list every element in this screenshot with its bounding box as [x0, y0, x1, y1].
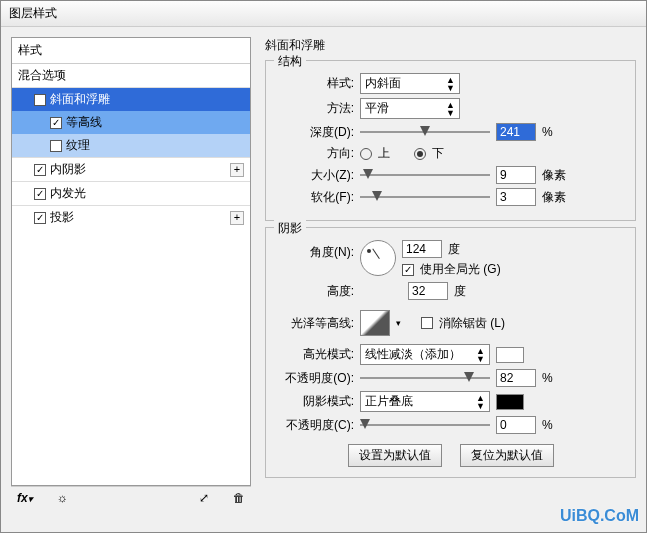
direction-down-radio[interactable]: [414, 148, 426, 160]
style-checkbox[interactable]: ✓: [34, 164, 46, 176]
angle-input[interactable]: 124: [402, 240, 442, 258]
dialog-title: 图层样式: [1, 1, 646, 27]
trash-icon[interactable]: 🗑: [233, 491, 245, 505]
soften-input[interactable]: 3: [496, 188, 536, 206]
styles-panel: 样式 混合选项 ✓斜面和浮雕✓等高线纹理✓内阴影+✓内发光✓投影+ fx▾ ☼ …: [11, 37, 251, 509]
altitude-input[interactable]: 32: [408, 282, 448, 300]
direction-up-label: 上: [378, 145, 390, 162]
style-select[interactable]: 内斜面▲▼: [360, 73, 460, 94]
shadow-opacity-input[interactable]: 0: [496, 416, 536, 434]
styles-list: 样式 混合选项 ✓斜面和浮雕✓等高线纹理✓内阴影+✓内发光✓投影+: [11, 37, 251, 486]
gloss-contour-picker[interactable]: [360, 310, 390, 336]
highlight-opacity-slider[interactable]: [360, 371, 490, 385]
antialias-checkbox[interactable]: [421, 317, 433, 329]
shadow-mode-label: 阴影模式:: [276, 393, 354, 410]
global-light-label: 使用全局光 (G): [420, 261, 501, 278]
depth-label: 深度(D):: [276, 124, 354, 141]
angle-label: 角度(N):: [276, 240, 354, 261]
direction-up-radio[interactable]: [360, 148, 372, 160]
style-item[interactable]: ✓投影+: [12, 205, 250, 229]
style-item[interactable]: ✓等高线: [12, 111, 250, 134]
altitude-unit: 度: [454, 283, 466, 300]
fx-icon[interactable]: fx▾: [17, 491, 33, 505]
direction-down-label: 下: [432, 145, 444, 162]
shadow-opacity-unit: %: [542, 418, 553, 432]
shadow-opacity-label: 不透明度(C):: [276, 417, 354, 434]
method-label: 方法:: [276, 100, 354, 117]
size-slider[interactable]: [360, 168, 490, 182]
watermark: UiBQ.CoM: [560, 507, 639, 525]
shading-group: 阴影 角度(N): 124 度 ✓ 使用全局光 (G): [265, 227, 636, 478]
highlight-mode-label: 高光模式:: [276, 346, 354, 363]
style-item-label: 斜面和浮雕: [50, 91, 110, 108]
global-light-checkbox[interactable]: ✓: [402, 264, 414, 276]
gloss-contour-label: 光泽等高线:: [276, 315, 354, 332]
depth-input[interactable]: 241: [496, 123, 536, 141]
add-effect-icon[interactable]: +: [230, 211, 244, 225]
styles-header: 样式: [12, 38, 250, 64]
shadow-color-swatch[interactable]: [496, 394, 524, 410]
highlight-opacity-unit: %: [542, 371, 553, 385]
blend-options-item[interactable]: 混合选项: [12, 64, 250, 88]
shading-title: 阴影: [274, 220, 306, 237]
add-effect-icon[interactable]: +: [230, 163, 244, 177]
style-checkbox[interactable]: ✓: [34, 212, 46, 224]
altitude-label: 高度:: [276, 283, 354, 300]
soften-unit: 像素: [542, 189, 566, 206]
structure-group: 结构 样式: 内斜面▲▼ 方法: 平滑▲▼ 深度(D): 241 % 方向:: [265, 60, 636, 221]
highlight-color-swatch[interactable]: [496, 347, 524, 363]
antialias-label: 消除锯齿 (L): [439, 315, 505, 332]
size-label: 大小(Z):: [276, 167, 354, 184]
style-checkbox[interactable]: ✓: [34, 188, 46, 200]
highlight-opacity-input[interactable]: 82: [496, 369, 536, 387]
size-unit: 像素: [542, 167, 566, 184]
structure-title: 结构: [274, 53, 306, 70]
size-input[interactable]: 9: [496, 166, 536, 184]
style-label: 样式:: [276, 75, 354, 92]
section-title: 斜面和浮雕: [265, 37, 636, 54]
style-item-label: 纹理: [66, 137, 90, 154]
highlight-opacity-label: 不透明度(O):: [276, 370, 354, 387]
style-item[interactable]: ✓内阴影+: [12, 157, 250, 181]
method-select[interactable]: 平滑▲▼: [360, 98, 460, 119]
shadow-opacity-slider[interactable]: [360, 418, 490, 432]
angle-unit: 度: [448, 241, 460, 258]
style-item[interactable]: ✓斜面和浮雕: [12, 88, 250, 111]
depth-slider[interactable]: [360, 125, 490, 139]
reset-default-button[interactable]: 复位为默认值: [460, 444, 554, 467]
style-item-label: 投影: [50, 209, 74, 226]
style-item-label: 内阴影: [50, 161, 86, 178]
highlight-mode-select[interactable]: 线性减淡（添加）▲▼: [360, 344, 490, 365]
soften-label: 软化(F):: [276, 189, 354, 206]
style-checkbox[interactable]: ✓: [34, 94, 46, 106]
style-checkbox[interactable]: ✓: [50, 117, 62, 129]
set-default-button[interactable]: 设置为默认值: [348, 444, 442, 467]
style-item[interactable]: ✓内发光: [12, 181, 250, 205]
options-panel: 斜面和浮雕 结构 样式: 内斜面▲▼ 方法: 平滑▲▼ 深度(D): 241 %: [265, 37, 636, 509]
direction-label: 方向:: [276, 145, 354, 162]
style-item[interactable]: 纹理: [12, 134, 250, 157]
style-item-label: 等高线: [66, 114, 102, 131]
sun-icon[interactable]: ☼: [57, 491, 68, 505]
style-checkbox[interactable]: [50, 140, 62, 152]
style-item-label: 内发光: [50, 185, 86, 202]
depth-unit: %: [542, 125, 553, 139]
soften-slider[interactable]: [360, 190, 490, 204]
angle-dial[interactable]: [360, 240, 396, 276]
shadow-mode-select[interactable]: 正片叠底▲▼: [360, 391, 490, 412]
styles-footer: fx▾ ☼ ⤢ 🗑: [11, 486, 251, 509]
chevron-icon[interactable]: ⤢: [199, 491, 209, 505]
